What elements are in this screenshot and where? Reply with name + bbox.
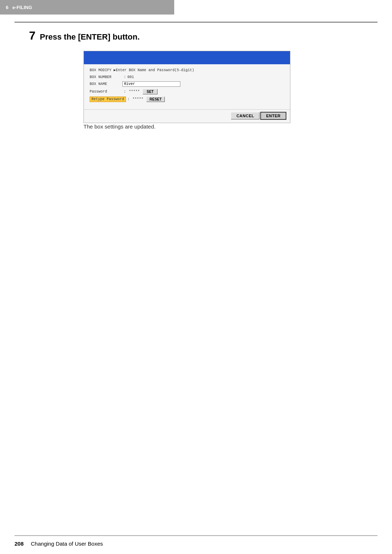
retype-password-row: Retype Password : ***** RESET: [90, 97, 284, 102]
box-number-label: BOX NUMBER: [90, 75, 122, 79]
step-number: 7: [29, 29, 36, 42]
password-row: Password : ***** SET: [90, 89, 284, 94]
header-bar: 6 e-FILING: [0, 0, 174, 15]
screen-breadcrumb: BOX MODIFY ▶Enter BOX Name and Password(…: [90, 68, 284, 72]
page-title: Changing Data of User Boxes: [31, 541, 103, 547]
device-screen: BOX MODIFY ▶Enter BOX Name and Password(…: [83, 51, 290, 123]
reset-button[interactable]: RESET: [146, 97, 165, 102]
box-number-colon: :: [124, 75, 126, 79]
box-number-value: 001: [127, 75, 134, 79]
retype-value: *****: [132, 97, 143, 101]
password-label: Password: [90, 90, 122, 94]
screen-footer: CANCEL ENTER: [84, 109, 290, 123]
page-footer: 208 Changing Data of User Boxes: [15, 541, 377, 547]
set-button[interactable]: SET: [143, 89, 158, 94]
step-heading: 7 Press the [ENTER] button.: [29, 29, 140, 42]
password-colon: :: [124, 90, 126, 94]
description-text: The box settings are updated.: [83, 123, 155, 130]
chapter-title: e-FILING: [12, 5, 32, 10]
cancel-button[interactable]: CANCEL: [231, 112, 260, 119]
page-number: 208: [15, 541, 24, 547]
retype-password-label: Retype Password: [90, 97, 126, 102]
step-title: Press the [ENTER] button.: [40, 32, 140, 42]
top-divider: [15, 22, 377, 23]
box-name-input[interactable]: [122, 81, 180, 87]
enter-button[interactable]: ENTER: [260, 112, 286, 120]
box-number-row: BOX NUMBER : 001: [90, 75, 284, 79]
retype-colon: :: [127, 97, 130, 101]
chapter-number: 6: [6, 5, 8, 10]
screen-blue-bar: [84, 51, 290, 64]
chapter-label: 6 e-FILING: [6, 5, 32, 10]
box-name-row: BOX NAME: [90, 81, 284, 87]
box-name-label: BOX NAME: [90, 82, 122, 86]
bottom-divider: [15, 535, 377, 536]
password-value: *****: [129, 90, 140, 94]
screen-content: BOX MODIFY ▶Enter BOX Name and Password(…: [84, 64, 290, 109]
